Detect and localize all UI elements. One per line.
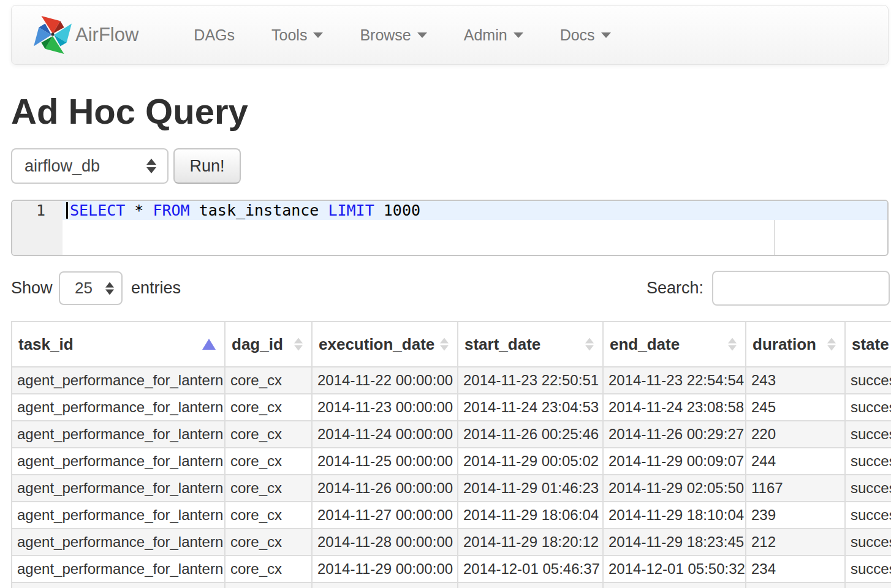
- cell: agent_performance_for_lantern: [12, 394, 225, 421]
- cell: 245: [746, 394, 845, 421]
- cell: 2014-12-01 05:50:32: [603, 556, 746, 582]
- column-header-task_id[interactable]: task_id: [12, 322, 225, 367]
- table-row: agent_performance_for_lanterncore_cx2014…: [12, 475, 891, 502]
- cell: success: [845, 394, 891, 421]
- cell: [603, 582, 746, 588]
- line-number: 1: [12, 201, 63, 220]
- cell: [746, 582, 845, 588]
- cell: core_cx: [225, 529, 312, 556]
- cell: 234: [746, 556, 845, 582]
- cell: [312, 582, 458, 588]
- select-arrows-icon: [146, 159, 156, 173]
- nav-item-docs[interactable]: Docs: [542, 6, 629, 64]
- cell: core_cx: [225, 475, 312, 502]
- editor-gutter: 1: [12, 201, 63, 255]
- cell: [845, 582, 891, 588]
- sql-token: 1000: [374, 202, 420, 219]
- page-title: Ad Hoc Query: [11, 91, 248, 132]
- table-header-row: task_iddag_idexecution_datestart_dateend…: [12, 322, 891, 367]
- cell: 2014-11-29 18:23:45: [603, 529, 746, 556]
- caret-down-icon: [601, 32, 611, 38]
- cell: agent_performance_for_lantern: [12, 502, 225, 529]
- cell: success: [845, 529, 891, 556]
- select-arrows-icon: [105, 282, 114, 295]
- cell: 2014-11-29 01:46:23: [458, 475, 603, 502]
- column-label: dag_id: [232, 335, 283, 353]
- cell: 2014-11-29 00:00:00: [312, 556, 458, 582]
- column-label: execution_date: [319, 335, 434, 353]
- cell: success: [845, 448, 891, 475]
- table-row: [12, 582, 891, 588]
- column-label: start_date: [464, 335, 540, 353]
- caret-down-icon: [417, 32, 427, 38]
- cell: [458, 582, 603, 588]
- sql-editor[interactable]: 1 SELECT * FROM task_instance LIMIT 1000: [11, 200, 889, 256]
- column-header-duration[interactable]: duration: [746, 322, 845, 367]
- cell: 2014-11-26 00:29:27: [603, 421, 746, 448]
- sql-token: SELECT: [70, 202, 125, 219]
- cell: core_cx: [225, 556, 312, 582]
- cell: 2014-11-26 00:25:46: [458, 421, 603, 448]
- cell: 2014-11-24 23:04:53: [458, 394, 603, 421]
- airflow-brand[interactable]: AirFlow: [32, 15, 138, 55]
- cell: 2014-11-23 22:54:54: [603, 367, 746, 394]
- nav-item-label: DAGs: [194, 26, 235, 44]
- cell: 2014-11-29 18:10:04: [603, 502, 746, 529]
- sql-token: task_instance: [190, 202, 328, 219]
- cell: 243: [746, 367, 845, 394]
- show-label: Show: [11, 279, 53, 298]
- editor-scroll-divider: [774, 220, 775, 256]
- column-header-start_date[interactable]: start_date: [458, 322, 603, 367]
- navbar: AirFlow DAGsToolsBrowseAdminDocs: [11, 5, 889, 65]
- caret-down-icon: [313, 32, 323, 38]
- brand-label: AirFlow: [75, 24, 138, 46]
- cell: success: [845, 421, 891, 448]
- sort-asc-icon: [202, 339, 216, 350]
- cell: 2014-11-29 02:05:50: [603, 475, 746, 502]
- nav-item-browse[interactable]: Browse: [341, 6, 445, 64]
- table-row: agent_performance_for_lanterncore_cx2014…: [12, 529, 891, 556]
- cell: core_cx: [225, 502, 312, 529]
- sql-token: FROM: [153, 202, 189, 219]
- database-select-value: airflow_db: [25, 157, 100, 176]
- column-header-end_date[interactable]: end_date: [603, 322, 746, 367]
- results-table: task_iddag_idexecution_datestart_dateend…: [11, 321, 891, 588]
- column-header-dag_id[interactable]: dag_id: [225, 322, 312, 367]
- entries-label: entries: [131, 279, 181, 298]
- cell: 2014-11-28 00:00:00: [312, 529, 458, 556]
- cell: 2014-11-29 18:06:04: [458, 502, 603, 529]
- database-select[interactable]: airflow_db: [11, 148, 169, 184]
- nav-item-label: Browse: [360, 26, 411, 44]
- nav-item-dags[interactable]: DAGs: [175, 6, 253, 64]
- cell: 2014-11-24 00:00:00: [312, 421, 458, 448]
- cell: agent_performance_for_lantern: [12, 529, 225, 556]
- table-row: agent_performance_for_lanterncore_cx2014…: [12, 502, 891, 529]
- cell: success: [845, 367, 891, 394]
- cell: success: [845, 502, 891, 529]
- cell: 239: [746, 502, 845, 529]
- navbar-menu: DAGsToolsBrowseAdminDocs: [175, 6, 629, 64]
- nav-item-admin[interactable]: Admin: [446, 6, 542, 64]
- nav-item-label: Docs: [560, 26, 595, 44]
- cell: [225, 582, 312, 588]
- page-size-select[interactable]: 25: [59, 271, 123, 305]
- column-label: duration: [753, 335, 816, 353]
- column-header-state[interactable]: state: [845, 322, 891, 367]
- cell: core_cx: [225, 421, 312, 448]
- column-header-execution_date[interactable]: execution_date: [312, 322, 458, 367]
- page-size-value: 25: [75, 279, 93, 298]
- nav-item-tools[interactable]: Tools: [253, 6, 341, 64]
- cell: core_cx: [225, 448, 312, 475]
- run-button[interactable]: Run!: [173, 148, 241, 184]
- airflow-pinwheel-icon: [32, 15, 73, 55]
- cell: agent_performance_for_lantern: [12, 475, 225, 502]
- cell: core_cx: [225, 367, 312, 394]
- caret-down-icon: [514, 32, 523, 38]
- text-cursor: [66, 202, 68, 219]
- table-row: agent_performance_for_lanterncore_cx2014…: [12, 421, 891, 448]
- cell: 2014-11-23 00:00:00: [312, 394, 458, 421]
- search-input[interactable]: [712, 271, 890, 306]
- cell: 2014-12-01 05:46:37: [458, 556, 603, 582]
- column-label: task_id: [18, 335, 74, 353]
- nav-item-label: Admin: [464, 26, 507, 44]
